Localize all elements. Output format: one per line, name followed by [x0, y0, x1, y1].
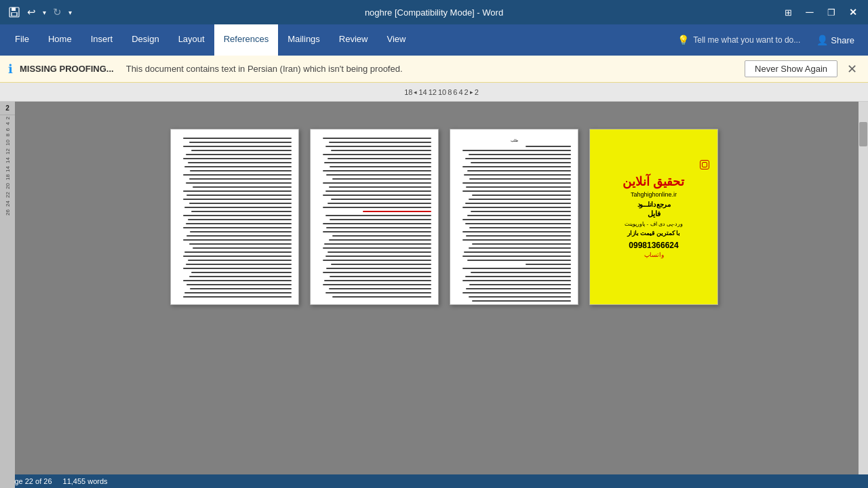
sidebar-num-24: 24	[5, 199, 11, 208]
document-title: noghre [Compatibility Mode] - Word	[365, 7, 503, 18]
svg-rect-1	[12, 7, 16, 11]
ruler-number: 18	[404, 88, 412, 96]
ad-website: Tahghighonline.ir	[598, 191, 709, 198]
pages-container: طلب	[157, 102, 732, 332]
tab-insert[interactable]: Insert	[81, 24, 123, 56]
share-label: Share	[831, 35, 854, 45]
ribbon: File Home Insert Design Layout Reference…	[0, 24, 868, 56]
page-content-3: طلب	[450, 129, 578, 305]
undo-button[interactable]: ↩	[24, 5, 39, 20]
thumbnail-button[interactable]: ⊞	[778, 5, 797, 20]
ad-suffix: واتساپ	[598, 251, 709, 258]
info-icon: ℹ	[8, 62, 13, 77]
ruler-bar: 18 ◂ 14 12 10 8 6 4 2 ▸ 2	[0, 83, 868, 102]
document-page-1[interactable]	[170, 129, 299, 305]
notification-bar: ℹ MISSING PROOFING... This document cont…	[0, 56, 868, 83]
ruler-number: 10	[438, 88, 446, 96]
sidebar-num-8: 8	[5, 132, 11, 138]
document-page-4-ad[interactable]: تحقیق آنلاین Tahghighonline.ir مرجع دانل…	[589, 129, 718, 305]
tab-view[interactable]: View	[377, 24, 415, 56]
document-area: طلب	[15, 102, 859, 488]
minimize-button[interactable]: ─	[800, 3, 819, 21]
lightbulb-icon: 💡	[677, 35, 689, 45]
sidebar-num-14b: 14	[5, 165, 11, 174]
sidebar-num-10: 10	[5, 138, 11, 147]
sidebar-num-4: 4	[5, 121, 11, 126]
ad-title: تحقیق آنلاین	[598, 176, 709, 189]
sidebar-num-22: 22	[5, 190, 11, 199]
save-button[interactable]	[5, 5, 23, 20]
qa-dropdown-button[interactable]: ▾	[66, 7, 75, 18]
ruler-left-arrow: ◂	[414, 89, 417, 96]
sidebar-num-18: 18	[5, 173, 11, 182]
svg-rect-3	[12, 13, 16, 16]
tab-mailings[interactable]: Mailings	[278, 24, 330, 56]
status-bar: Page 22 of 26 11,455 words	[0, 474, 868, 488]
title-bar: ↩ ▾ ↻ ▾ noghre [Compatibility Mode] - Wo…	[0, 0, 868, 24]
restore-button[interactable]: ❐	[822, 5, 841, 20]
user-icon: 👤	[816, 35, 828, 45]
ad-line4: با کمترین قیمت بازار	[598, 230, 709, 237]
document-page-2[interactable]	[310, 129, 439, 305]
ruler-number: 2	[465, 88, 469, 96]
tab-review[interactable]: Review	[330, 24, 378, 56]
ruler-number: 12	[429, 88, 437, 96]
sidebar-page-2: 2	[0, 102, 15, 115]
close-button[interactable]: ✕	[844, 4, 863, 20]
ruler-right-arrow: ▸	[470, 89, 473, 96]
quick-access-toolbar: ↩ ▾ ↻ ▾	[5, 5, 75, 20]
tab-references[interactable]: References	[214, 24, 278, 56]
tell-me-label: Tell me what you want to do...	[693, 35, 800, 45]
undo-dropdown-button[interactable]: ▾	[40, 7, 49, 18]
status-word-count: 11,455 words	[63, 477, 108, 485]
window-controls: ⊞ ─ ❐ ✕	[778, 3, 863, 21]
tell-me-input[interactable]: 💡 Tell me what you want to do...	[669, 24, 808, 56]
vertical-sidebar: 2 2 4 6 8 10 12 14 14 18 20 22 24 26	[0, 102, 15, 488]
page-content-1	[171, 129, 298, 305]
tab-layout[interactable]: Layout	[169, 24, 214, 56]
document-page-3[interactable]: طلب	[450, 129, 578, 305]
notification-message: This document contains text in Persian (…	[126, 64, 738, 74]
redo-button[interactable]: ↻	[50, 5, 64, 20]
vertical-scrollbar[interactable]	[859, 102, 868, 474]
tab-file[interactable]: File	[5, 24, 39, 56]
ruler-number: 8	[448, 88, 452, 96]
scrollbar-thumb[interactable]	[859, 122, 867, 146]
sidebar-num-26: 26	[5, 208, 11, 217]
tab-design[interactable]: Design	[122, 24, 168, 56]
ruler-number: 2	[475, 88, 479, 96]
tab-home[interactable]: Home	[39, 24, 81, 56]
share-button[interactable]: 👤 Share	[808, 24, 863, 56]
never-show-again-button[interactable]: Never Show Again	[745, 60, 837, 77]
sidebar-num-20: 20	[5, 182, 11, 190]
ad-phone: 09981366624	[598, 241, 709, 250]
instagram-icon	[700, 160, 709, 169]
ad-line3: ورد-پی دی اف - پاورپوینت	[598, 221, 709, 227]
ruler-number: 6	[453, 88, 457, 96]
notification-close-button[interactable]: ✕	[844, 59, 860, 79]
ad-line2: فایل	[598, 209, 709, 218]
notification-title: MISSING PROOFING...	[20, 64, 114, 74]
sidebar-num-14a: 14	[5, 156, 11, 165]
page-content-2	[311, 129, 438, 305]
ruler-number: 14	[418, 88, 427, 96]
ad-line1: مرجع دانلـــود	[598, 201, 709, 208]
sidebar-num-12: 12	[5, 147, 11, 156]
ruler-number: 4	[458, 88, 462, 96]
